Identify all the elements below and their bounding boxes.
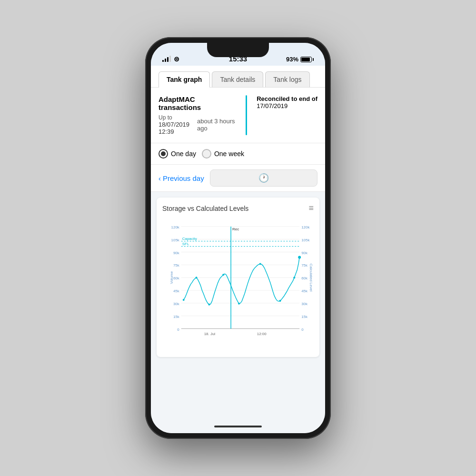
svg-text:60k: 60k bbox=[173, 276, 179, 280]
one-week-label: One week bbox=[214, 150, 244, 158]
svg-point-37 bbox=[196, 277, 198, 278]
chart-header: Storage vs Calculated Levels ≡ bbox=[162, 203, 314, 213]
svg-point-42 bbox=[279, 300, 281, 302]
svg-text:0: 0 bbox=[177, 327, 179, 332]
chart-title: Storage vs Calculated Levels bbox=[162, 205, 248, 212]
reconciled-info: Reconciled to end of 17/07/2019 bbox=[257, 95, 317, 135]
tab-tank-details[interactable]: Tank details bbox=[212, 71, 263, 87]
info-date: Up to 18/07/2019 12:39 about 3 hours ago bbox=[159, 114, 236, 135]
svg-text:105k: 105k bbox=[171, 238, 179, 242]
period-selector: One day One week bbox=[151, 143, 325, 165]
svg-point-39 bbox=[222, 274, 224, 276]
svg-text:30k: 30k bbox=[301, 302, 307, 306]
one-day-radio[interactable] bbox=[159, 149, 168, 159]
svg-point-36 bbox=[183, 299, 185, 301]
tabs-container: Tank graph Tank details Tank logs bbox=[151, 66, 325, 88]
info-left: AdaptMAC transactions Up to 18/07/2019 1… bbox=[159, 95, 236, 135]
adaptmac-title: AdaptMAC transactions bbox=[159, 95, 236, 111]
status-right: 93% bbox=[286, 56, 314, 63]
svg-text:15k: 15k bbox=[301, 315, 307, 319]
svg-text:Volume: Volume bbox=[169, 271, 174, 284]
svg-text:45k: 45k bbox=[173, 289, 179, 293]
up-to-date: Up to 18/07/2019 12:39 bbox=[159, 114, 189, 135]
battery-icon bbox=[300, 57, 314, 62]
previous-day-label: Previous day bbox=[163, 174, 204, 182]
svg-text:Rec: Rec bbox=[232, 227, 239, 231]
chart-wrapper: 0 15k 30k 45k 60k 75k 90k 105k 120k 0 15… bbox=[162, 217, 314, 351]
svg-text:SFL: SFL bbox=[182, 242, 189, 246]
svg-text:30k: 30k bbox=[173, 302, 179, 306]
previous-day-button[interactable]: ‹ Previous day bbox=[159, 174, 204, 182]
home-indicator-area bbox=[151, 422, 325, 433]
svg-text:120k: 120k bbox=[171, 225, 179, 229]
signal-bars-icon bbox=[162, 56, 171, 62]
one-week-option[interactable]: One week bbox=[202, 149, 244, 159]
svg-text:60k: 60k bbox=[301, 276, 307, 280]
svg-point-44 bbox=[298, 256, 301, 258]
svg-text:45k: 45k bbox=[301, 289, 307, 293]
svg-text:75k: 75k bbox=[301, 263, 307, 268]
chart-section: Storage vs Calculated Levels ≡ bbox=[157, 198, 319, 357]
svg-text:Calculated Level: Calculated Level bbox=[309, 264, 313, 292]
notch bbox=[207, 43, 269, 57]
svg-text:90k: 90k bbox=[173, 251, 179, 255]
time-picker-button[interactable]: 🕐 bbox=[210, 169, 317, 187]
one-day-label: One day bbox=[171, 150, 196, 158]
phone-screen: ⊜ 15:33 93% Tank graph bbox=[151, 43, 325, 433]
one-day-option[interactable]: One day bbox=[159, 149, 196, 159]
svg-text:120k: 120k bbox=[301, 225, 309, 229]
nav-row: ‹ Previous day 🕐 bbox=[151, 165, 325, 192]
svg-text:75k: 75k bbox=[173, 263, 179, 268]
chart-svg: 0 15k 30k 45k 60k 75k 90k 105k 120k 0 15… bbox=[162, 217, 314, 349]
svg-text:105k: 105k bbox=[301, 238, 309, 242]
svg-text:15k: 15k bbox=[173, 315, 179, 319]
svg-point-40 bbox=[238, 303, 240, 305]
svg-text:90k: 90k bbox=[301, 251, 307, 255]
wifi-icon: ⊜ bbox=[174, 55, 179, 63]
svg-point-38 bbox=[208, 304, 210, 306]
home-indicator bbox=[214, 426, 262, 427]
svg-text:12:00: 12:00 bbox=[257, 332, 267, 336]
svg-point-41 bbox=[259, 263, 261, 265]
tab-tank-graph[interactable]: Tank graph bbox=[159, 71, 210, 87]
svg-text:Capacity: Capacity bbox=[182, 237, 197, 241]
info-divider bbox=[246, 95, 247, 135]
info-section: AdaptMAC transactions Up to 18/07/2019 1… bbox=[151, 88, 325, 143]
phone-frame: ⊜ 15:33 93% Tank graph bbox=[145, 37, 331, 439]
ago-label: about 3 hours ago bbox=[197, 118, 236, 132]
tab-tank-logs[interactable]: Tank logs bbox=[265, 71, 309, 87]
one-week-radio[interactable] bbox=[202, 149, 211, 159]
clock-icon: 🕐 bbox=[258, 173, 269, 183]
chart-menu-icon[interactable]: ≡ bbox=[308, 203, 314, 213]
svg-text:0: 0 bbox=[301, 327, 304, 332]
svg-text:18. Jul: 18. Jul bbox=[204, 332, 216, 336]
battery-percent: 93% bbox=[286, 56, 298, 63]
content-area: Tank graph Tank details Tank logs AdaptM… bbox=[151, 66, 325, 422]
chevron-left-icon: ‹ bbox=[159, 174, 161, 182]
tabs: Tank graph Tank details Tank logs bbox=[159, 71, 317, 87]
status-left: ⊜ bbox=[162, 55, 179, 63]
svg-point-43 bbox=[293, 277, 295, 278]
